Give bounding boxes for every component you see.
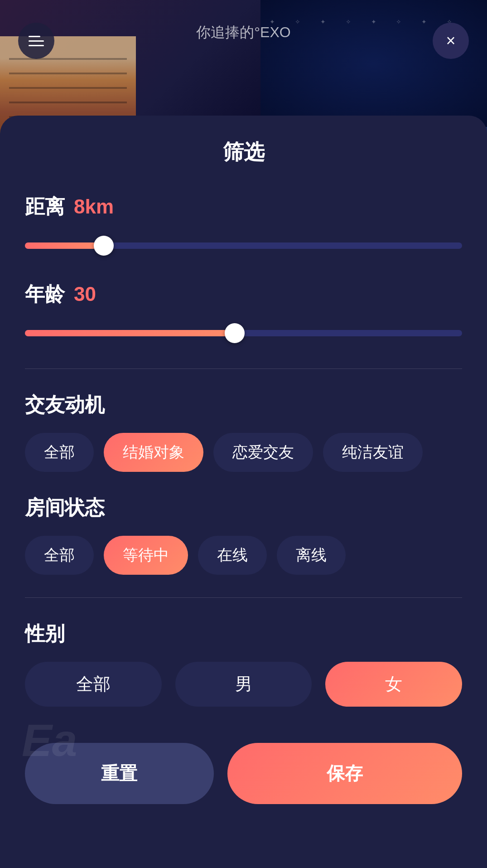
friendship-options: 全部 结婚对象 恋爱交友 纯洁友谊 <box>25 433 462 472</box>
hamburger-icon <box>29 36 44 46</box>
distance-label: 距离 <box>25 194 65 220</box>
friendship-option-pure[interactable]: 纯洁友谊 <box>323 433 423 472</box>
gender-title: 性别 <box>25 621 462 647</box>
distance-slider-track <box>25 242 462 249</box>
age-header: 年龄 30 <box>25 281 462 308</box>
friendship-option-romance[interactable]: 恋爱交友 <box>213 433 313 472</box>
distance-value: 8km <box>74 195 114 218</box>
room-status-title: 房间状态 <box>25 495 462 521</box>
stars-decoration <box>260 0 487 127</box>
age-value: 30 <box>74 283 96 305</box>
gender-female[interactable]: 女 <box>325 662 462 707</box>
age-section: 年龄 30 <box>25 281 462 346</box>
room-status-all[interactable]: 全部 <box>25 536 94 575</box>
room-status-options: 全部 等待中 在线 离线 <box>25 536 462 575</box>
sheet-title: 筛选 <box>25 138 462 166</box>
room-status-section: 房间状态 全部 等待中 在线 离线 <box>25 495 462 575</box>
distance-section: 距离 8km <box>25 194 462 258</box>
gender-section: 性别 全部 男 女 <box>25 621 462 707</box>
distance-slider-thumb[interactable] <box>94 236 114 256</box>
gender-options: 全部 男 女 <box>25 662 462 707</box>
age-label: 年龄 <box>25 281 65 308</box>
friendship-title: 交友动机 <box>25 392 462 418</box>
divider-1 <box>25 369 462 369</box>
age-slider-thumb[interactable] <box>225 323 245 343</box>
age-slider-container[interactable] <box>25 320 462 346</box>
ea-decorative-text: Ea <box>22 714 77 766</box>
gender-male[interactable]: 男 <box>175 662 312 707</box>
distance-header: 距离 8km <box>25 194 462 220</box>
menu-button[interactable] <box>18 23 54 59</box>
room-status-offline[interactable]: 离线 <box>277 536 346 575</box>
divider-2 <box>25 597 462 598</box>
friendship-section: 交友动机 全部 结婚对象 恋爱交友 纯洁友谊 <box>25 392 462 472</box>
room-status-waiting[interactable]: 等待中 <box>104 536 188 575</box>
age-slider-fill <box>25 330 235 336</box>
close-icon: × <box>446 33 455 49</box>
filter-sheet: 筛选 距离 8km 年龄 30 交友动机 全部 <box>0 116 487 868</box>
room-status-online[interactable]: 在线 <box>198 536 267 575</box>
close-button[interactable]: × <box>433 23 469 59</box>
friendship-option-all[interactable]: 全部 <box>25 433 94 472</box>
bg-title-text: 你追捧的°EXO <box>196 23 290 43</box>
distance-slider-container[interactable] <box>25 233 462 258</box>
friendship-option-marriage[interactable]: 结婚对象 <box>104 433 203 472</box>
action-buttons: 重置 保存 <box>25 743 462 804</box>
age-slider-track <box>25 330 462 336</box>
save-button[interactable]: 保存 <box>227 743 462 804</box>
distance-slider-fill <box>25 242 104 249</box>
gender-all[interactable]: 全部 <box>25 662 162 707</box>
